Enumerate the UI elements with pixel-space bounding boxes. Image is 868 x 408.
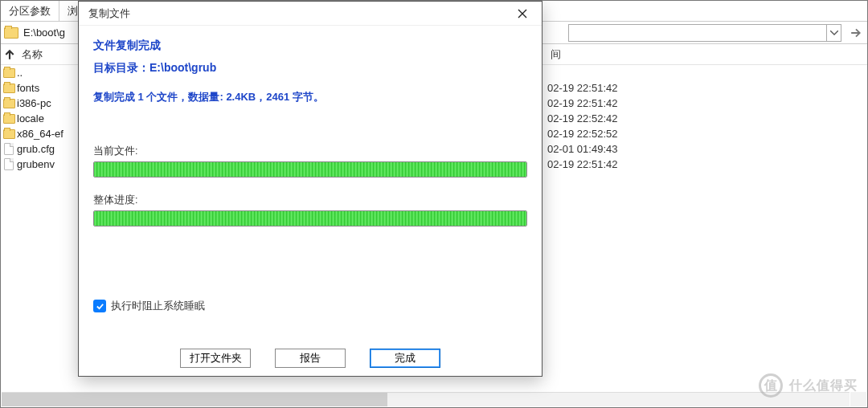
done-button[interactable]: 完成 (370, 349, 440, 368)
file-time: 02-19 22:51:42 (547, 97, 867, 109)
dialog-title: 复制文件 (88, 6, 510, 21)
copy-file-dialog: 复制文件 文件复制完成 目标目录：E:\boot\grub 复制完成 1 个文件… (78, 1, 542, 377)
folder-icon (3, 84, 15, 93)
close-button[interactable] (510, 2, 535, 25)
column-time-header[interactable]: 间 (549, 47, 867, 62)
folder-icon (3, 99, 15, 108)
path-input[interactable] (22, 25, 70, 40)
file-time: 02-19 22:51:42 (547, 158, 867, 170)
folder-icon (3, 68, 15, 78)
current-file-progress (93, 161, 527, 177)
open-folder-button[interactable]: 打开文件夹 (180, 349, 251, 368)
tab-partition-params[interactable]: 分区参数 (1, 1, 59, 21)
file-time: 02-19 22:52:52 (547, 128, 867, 140)
dialog-footer: 打开文件夹 报告 完成 (79, 341, 542, 376)
file-time: 02-01 01:49:43 (547, 143, 867, 155)
file-icon (4, 143, 14, 155)
check-icon (96, 302, 104, 311)
prevent-sleep-checkbox[interactable] (93, 300, 106, 312)
file-time: 02-19 22:51:42 (547, 82, 867, 94)
copy-complete-heading: 文件复制完成 (93, 39, 527, 53)
watermark-badge-icon: 值 (759, 373, 783, 398)
file-icon (4, 158, 14, 170)
target-dir-label: 目标目录：E:\boot\grub (93, 61, 527, 75)
dialog-titlebar: 复制文件 (79, 2, 542, 26)
overall-progress (93, 210, 527, 226)
copy-stats: 复制完成 1 个文件，数据量: 2.4KB，2461 字节。 (93, 90, 527, 104)
file-time: 02-19 22:52:42 (547, 112, 867, 124)
prevent-sleep-label: 执行时阻止系统睡眠 (111, 299, 205, 313)
folder-icon (3, 129, 15, 139)
horizontal-scrollbar[interactable] (2, 392, 850, 406)
chevron-down-icon[interactable] (826, 25, 841, 41)
report-button[interactable]: 报告 (275, 349, 346, 368)
folder-icon (3, 114, 15, 124)
up-arrow-icon[interactable] (1, 49, 18, 60)
filter-dropdown[interactable] (568, 24, 841, 42)
current-file-label: 当前文件: (93, 145, 527, 158)
close-icon (518, 9, 527, 18)
scroll-thumb[interactable] (2, 393, 387, 406)
folder-icon (4, 27, 18, 39)
watermark: 值 什么值得买 (759, 373, 858, 398)
overall-progress-label: 整体进度: (93, 194, 527, 207)
watermark-text: 什么值得买 (789, 377, 858, 394)
go-arrow-icon[interactable] (848, 25, 864, 41)
